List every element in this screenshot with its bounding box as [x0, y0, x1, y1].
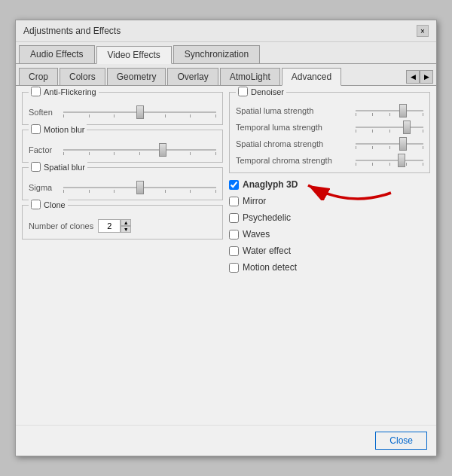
tab-nav-left[interactable]: ◀	[406, 70, 420, 84]
left-panel: Anti-Flickering Soften	[22, 92, 223, 419]
tab-atmolight[interactable]: AtmoLight	[220, 68, 280, 85]
motion-blur-group: Motion blur Factor	[22, 130, 223, 163]
clone-count-input-group: ▲ ▼	[98, 219, 131, 233]
spatial-luma-label: Spatial luma strength	[236, 106, 353, 115]
anti-flickering-title: Anti-Flickering	[29, 87, 99, 96]
denoiser-row-temporal-luma: Temporal luma strength	[236, 121, 423, 133]
tab-video-effects[interactable]: Video Effects	[96, 46, 172, 64]
denoiser-rows: Spatial luma strength	[236, 105, 423, 166]
tab-audio-effects[interactable]: Audio Effects	[19, 45, 95, 63]
waves-checkbox[interactable]	[229, 230, 239, 240]
denoiser-checkbox[interactable]	[238, 87, 248, 96]
clone-count-down[interactable]: ▼	[121, 226, 131, 233]
water-effect-checkbox[interactable]	[229, 246, 239, 256]
motion-blur-title: Motion blur	[29, 124, 87, 134]
tab-overlay[interactable]: Overlay	[167, 68, 218, 85]
anaglyph-3d-item: Anaglyph 3D	[229, 178, 298, 191]
spatial-blur-checkbox[interactable]	[31, 162, 41, 172]
spatial-blur-group: Spatial blur Sigma	[22, 167, 223, 200]
temporal-chroma-slider[interactable]	[356, 154, 423, 166]
soften-slider[interactable]	[63, 106, 216, 118]
tab-crop[interactable]: Crop	[19, 68, 58, 85]
tab-advanced[interactable]: Advanced	[282, 68, 341, 86]
denoiser-title: Denoiser	[236, 87, 286, 96]
temporal-chroma-label: Temporal chroma strength	[236, 156, 353, 165]
temporal-luma-label: Temporal luma strength	[236, 123, 353, 132]
anti-flickering-checkbox[interactable]	[31, 87, 41, 96]
motion-detect-item: Motion detect	[229, 261, 430, 274]
tab-colors[interactable]: Colors	[60, 68, 105, 85]
clone-checkbox[interactable]	[31, 200, 41, 209]
clone-count-input[interactable]	[98, 219, 121, 233]
denoiser-group: Denoiser Spatial luma strength	[229, 92, 430, 173]
effects-list: Anaglyph 3D Mirror	[229, 178, 430, 274]
title-bar: Adjustments and Effects ×	[16, 20, 436, 42]
title-bar-close-button[interactable]: ×	[417, 25, 429, 37]
spatial-luma-slider[interactable]	[356, 105, 423, 117]
psychedelic-checkbox[interactable]	[229, 213, 239, 223]
num-clones-label: Number of clones	[29, 221, 93, 230]
water-effect-label: Water effect	[243, 246, 291, 256]
clone-group: Clone Number of clones ▲ ▼	[22, 205, 223, 240]
factor-label: Factor	[29, 145, 59, 154]
temporal-luma-slider[interactable]	[356, 121, 423, 133]
dialog-title: Adjustments and Effects	[23, 26, 121, 36]
spatial-blur-title: Spatial blur	[29, 162, 87, 172]
anaglyph-row: Anaglyph 3D	[229, 178, 430, 191]
soften-label: Soften	[29, 108, 59, 117]
footer: Close	[16, 425, 436, 456]
denoiser-row-spatial-chroma: Spatial chroma strength	[236, 138, 423, 150]
tab-geometry[interactable]: Geometry	[107, 68, 166, 85]
adjustments-effects-dialog: Adjustments and Effects × Audio Effects …	[15, 20, 437, 456]
close-button[interactable]: Close	[375, 432, 427, 450]
motion-blur-checkbox[interactable]	[31, 124, 41, 134]
clone-title: Clone	[29, 200, 68, 209]
factor-slider[interactable]	[63, 144, 216, 156]
sigma-label: Sigma	[29, 183, 59, 192]
anti-flickering-group: Anti-Flickering Soften	[22, 92, 223, 125]
psychedelic-label: Psychedelic	[243, 212, 291, 223]
motion-detect-checkbox[interactable]	[229, 263, 239, 273]
tab-nav-right[interactable]: ▶	[420, 70, 433, 84]
tab-synchronization[interactable]: Synchronization	[173, 45, 260, 63]
waves-label: Waves	[243, 229, 270, 240]
motion-detect-label: Motion detect	[243, 262, 297, 273]
content-area: Anti-Flickering Soften	[16, 86, 436, 425]
mirror-label: Mirror	[243, 196, 266, 206]
water-effect-item: Water effect	[229, 244, 430, 258]
anaglyph-3d-label: Anaglyph 3D	[243, 179, 298, 190]
psychedelic-item: Psychedelic	[229, 211, 430, 224]
clone-count-spinner: ▲ ▼	[121, 219, 131, 233]
main-tab-bar: Audio Effects Video Effects Synchronizat…	[16, 42, 436, 64]
sub-tab-bar: Crop Colors Geometry Overlay AtmoLight A…	[16, 64, 436, 86]
spatial-chroma-label: Spatial chroma strength	[236, 139, 353, 148]
denoiser-row-spatial-luma: Spatial luma strength	[236, 105, 423, 117]
mirror-checkbox[interactable]	[229, 197, 239, 206]
spatial-chroma-slider[interactable]	[356, 138, 423, 150]
mirror-item: Mirror	[229, 194, 430, 208]
clone-count-up[interactable]: ▲	[121, 219, 131, 226]
waves-item: Waves	[229, 227, 430, 241]
denoiser-row-temporal-chroma: Temporal chroma strength	[236, 154, 423, 166]
sigma-slider[interactable]	[63, 182, 216, 194]
anaglyph-3d-checkbox[interactable]	[229, 180, 239, 190]
right-panel: Denoiser Spatial luma strength	[229, 92, 430, 419]
tab-nav-arrows: ◀ ▶	[406, 70, 433, 84]
